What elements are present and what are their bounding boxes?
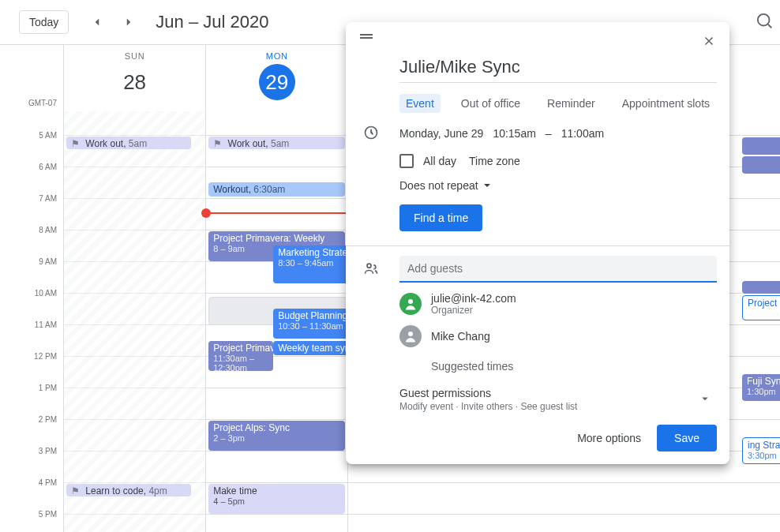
prev-button[interactable] xyxy=(84,9,110,35)
day-name: MON xyxy=(206,51,347,61)
guest-name-label: Mike Chang xyxy=(431,330,490,343)
hour-label: 3 PM xyxy=(39,447,57,455)
event-workout[interactable]: Work out, 5am xyxy=(208,137,345,149)
avatar xyxy=(399,293,422,315)
add-guests-input[interactable] xyxy=(399,256,717,283)
time-gutter: 5 AM 6 AM 7 AM 8 AM 9 AM 10 AM 11 AM 12 … xyxy=(0,111,63,532)
event-start-time[interactable]: 10:15am xyxy=(493,127,535,140)
guest-role: Organizer xyxy=(431,305,516,316)
day-name: SUN xyxy=(64,51,205,61)
event-cutoff[interactable] xyxy=(742,156,780,174)
event-weekly-team[interactable]: Weekly team sync xyxy=(273,341,355,355)
next-button[interactable] xyxy=(116,9,141,35)
expand-permissions-button[interactable] xyxy=(698,392,712,408)
time-zone-link[interactable]: Time zone xyxy=(469,155,520,167)
hour-label: 11 AM xyxy=(35,320,57,329)
day-column-sun[interactable]: Work out, 5am Learn to code, 4pm xyxy=(63,111,205,532)
event-budget[interactable]: Budget Planning 10:30 – 11:30am xyxy=(273,309,355,339)
search-icon[interactable] xyxy=(756,13,774,32)
day-column-mon[interactable]: Work out, 5am Workout, 6:30am Project Pr… xyxy=(205,111,347,532)
busy-overlay xyxy=(64,111,205,532)
date-range: Jun – Jul 2020 xyxy=(156,12,268,32)
hour-label: 5 AM xyxy=(39,131,57,140)
hour-label: 2 PM xyxy=(39,415,57,424)
close-button[interactable] xyxy=(698,30,720,52)
guest-permissions-title: Guest permissions xyxy=(399,387,577,399)
suggested-times-link[interactable]: Suggested times xyxy=(431,360,717,373)
svg-point-3 xyxy=(408,332,413,336)
event-fuji[interactable]: Fuji Sync1:30pm xyxy=(742,374,780,401)
event-date[interactable]: Monday, June 29 xyxy=(399,127,483,140)
event-primavera2[interactable]: Project Primavera 11:30am – 12:30pm xyxy=(208,341,273,371)
event-marketing[interactable]: Marketing Strategy 8:30 – 9:45am xyxy=(273,245,355,283)
event-cutoff[interactable] xyxy=(742,137,780,155)
right-overflow: Project Fuji Sync1:30pm ing Strategy3:30… xyxy=(742,111,780,532)
hour-label: 8 AM xyxy=(39,226,57,234)
clock-icon xyxy=(363,125,379,143)
event-workout2[interactable]: Workout, 6:30am xyxy=(208,182,345,197)
all-day-checkbox[interactable] xyxy=(399,154,414,168)
timezone-label: GMT-07 xyxy=(28,99,57,107)
tab-out-of-office[interactable]: Out of office xyxy=(455,94,527,113)
event-alps[interactable]: Project Alps: Sync 2 – 3pm xyxy=(208,421,345,451)
day-header-sun[interactable]: SUN 28 xyxy=(63,45,205,111)
event-project[interactable]: Project xyxy=(742,295,780,320)
guest-row-organizer[interactable]: julie@ink-42.com Organizer xyxy=(399,292,717,316)
tab-event[interactable]: Event xyxy=(399,94,441,113)
svg-point-1 xyxy=(367,264,371,268)
hour-label: 12 PM xyxy=(34,352,57,361)
event-workout[interactable]: Work out, 5am xyxy=(66,137,191,149)
event-learn-to-code[interactable]: Learn to code, 4pm xyxy=(66,484,191,496)
day-header-mon[interactable]: MON 29 xyxy=(205,45,347,111)
tab-reminder[interactable]: Reminder xyxy=(541,94,602,113)
hour-label: 9 AM xyxy=(39,257,57,266)
svg-point-2 xyxy=(408,299,413,304)
drag-handle-icon[interactable] xyxy=(358,30,374,52)
people-icon xyxy=(363,260,379,279)
hour-label: 1 PM xyxy=(39,384,57,392)
hour-label: 4 PM xyxy=(39,478,57,487)
guest-row-mike[interactable]: Mike Chang xyxy=(399,325,717,347)
save-button[interactable]: Save xyxy=(657,425,717,451)
avatar xyxy=(399,325,422,347)
event-title-input[interactable] xyxy=(399,55,717,83)
day-number[interactable]: 28 xyxy=(117,64,153,100)
time-dash: – xyxy=(546,127,552,140)
all-day-label: All day xyxy=(423,155,456,167)
today-button[interactable]: Today xyxy=(19,10,69,34)
event-type-tabs: Event Out of office Reminder Appointment… xyxy=(399,94,717,113)
now-indicator xyxy=(206,212,347,214)
guest-email: julie@ink-42.com xyxy=(431,292,516,305)
hour-label: 10 AM xyxy=(35,289,57,298)
hour-label: 5 PM xyxy=(39,510,57,519)
event-cutoff[interactable] xyxy=(742,281,780,294)
find-a-time-button[interactable]: Find a time xyxy=(399,204,482,231)
guest-permissions-sub: Modify event · Invite others · See guest… xyxy=(399,401,577,412)
hour-label: 7 AM xyxy=(39,194,57,203)
repeat-dropdown[interactable]: Does not repeat xyxy=(399,179,717,192)
day-number[interactable]: 29 xyxy=(259,64,295,100)
tab-appointment-slots[interactable]: Appointment slots xyxy=(616,94,716,113)
more-options-link[interactable]: More options xyxy=(577,432,641,444)
hour-label: 6 AM xyxy=(39,163,57,171)
event-end-time[interactable]: 11:00am xyxy=(561,127,604,140)
create-event-modal: Event Out of office Reminder Appointment… xyxy=(346,22,729,464)
event-strategy[interactable]: ing Strategy3:30pm xyxy=(742,437,780,464)
event-maketime[interactable]: Make time 4 – 5pm xyxy=(208,484,345,514)
chevron-down-icon xyxy=(483,182,491,189)
